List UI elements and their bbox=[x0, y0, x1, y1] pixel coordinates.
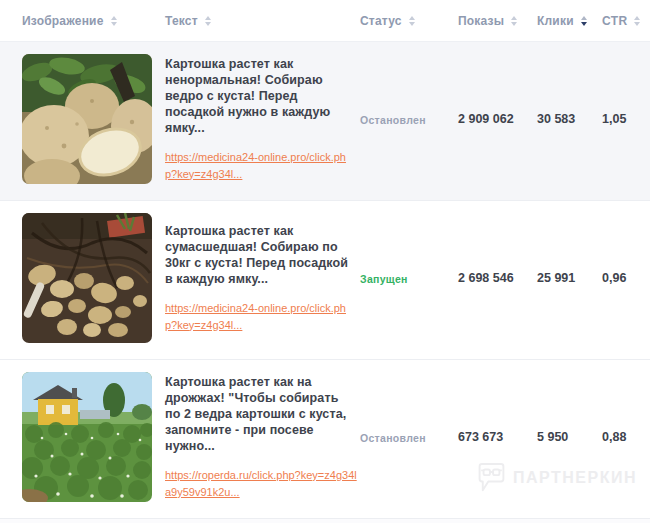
status-cell: Остановлен bbox=[360, 428, 458, 446]
column-header-status-label: Статус bbox=[360, 14, 402, 28]
ad-text-cell: Картошка растет как сумасшедшая! Собираю… bbox=[165, 213, 357, 343]
ad-tracking-link[interactable]: https://medicina24-online.pro/click.php?… bbox=[165, 149, 357, 182]
ctr-value: 0,96 bbox=[602, 271, 650, 285]
status-cell: Запущен bbox=[360, 269, 458, 287]
ad-image-cell bbox=[22, 213, 152, 343]
table-row[interactable]: Картошка растет как ненормальная! Собира… bbox=[0, 42, 650, 201]
column-header-image[interactable]: Изображение bbox=[22, 14, 165, 28]
ad-image-potato-field[interactable] bbox=[22, 372, 152, 502]
status-badge: Запущен bbox=[360, 273, 408, 285]
clicks-value: 25 991 bbox=[537, 271, 602, 285]
footer-strip bbox=[0, 519, 650, 523]
sort-icon-active-desc[interactable] bbox=[581, 16, 587, 26]
table-row[interactable]: Картошка растет как сумасшедшая! Собираю… bbox=[0, 201, 650, 360]
ad-image-potatoes-with-leaves[interactable] bbox=[22, 54, 152, 184]
ad-text-cell: Картошка растет как на дрожжах! "Чтобы с… bbox=[165, 372, 357, 502]
ad-title: Картошка растет как на дрожжах! "Чтобы с… bbox=[165, 374, 357, 455]
ad-image-dug-potatoes[interactable] bbox=[22, 213, 152, 343]
column-header-image-label: Изображение bbox=[22, 14, 104, 28]
column-header-ctr-label: CTR bbox=[602, 14, 627, 28]
impressions-value: 673 673 bbox=[458, 430, 537, 444]
clicks-value: 30 583 bbox=[537, 112, 602, 126]
ad-image-cell bbox=[22, 54, 152, 184]
ad-title: Картошка растет как сумасшедшая! Собираю… bbox=[165, 223, 357, 288]
sort-icon[interactable] bbox=[111, 16, 117, 26]
sort-icon[interactable] bbox=[634, 16, 640, 26]
column-header-impressions-label: Показы bbox=[458, 14, 504, 28]
table-header: Изображение Текст Статус Показы Клики CT… bbox=[0, 0, 650, 42]
column-header-impressions[interactable]: Показы bbox=[458, 14, 537, 28]
ad-tracking-link[interactable]: https://roperda.ru/click.php?key=z4g34la… bbox=[165, 467, 357, 500]
status-cell: Остановлен bbox=[360, 110, 458, 128]
column-header-ctr[interactable]: CTR bbox=[602, 14, 650, 28]
clicks-value: 5 950 bbox=[537, 430, 602, 444]
status-badge: Остановлен bbox=[360, 432, 426, 444]
ctr-value: 1,05 bbox=[602, 112, 650, 126]
ctr-value: 0,88 bbox=[602, 430, 650, 444]
ad-title: Картошка растет как ненормальная! Собира… bbox=[165, 56, 357, 137]
ad-image-cell bbox=[22, 372, 152, 502]
ads-table: Изображение Текст Статус Показы Клики CT… bbox=[0, 0, 650, 523]
sort-icon[interactable] bbox=[511, 16, 517, 26]
column-header-clicks[interactable]: Клики bbox=[537, 14, 602, 28]
column-header-text-label: Текст bbox=[165, 14, 198, 28]
ad-text-cell: Картошка растет как ненормальная! Собира… bbox=[165, 54, 357, 184]
status-badge: Остановлен bbox=[360, 114, 426, 126]
impressions-value: 2 698 546 bbox=[458, 271, 537, 285]
column-header-status[interactable]: Статус bbox=[360, 14, 458, 28]
sort-icon[interactable] bbox=[409, 16, 415, 26]
ad-tracking-link[interactable]: https://medicina24-online.pro/click.php?… bbox=[165, 300, 357, 333]
sort-icon[interactable] bbox=[205, 16, 211, 26]
table-row[interactable]: Картошка растет как на дрожжах! "Чтобы с… bbox=[0, 360, 650, 519]
column-header-text[interactable]: Текст bbox=[165, 14, 360, 28]
column-header-clicks-label: Клики bbox=[537, 14, 574, 28]
impressions-value: 2 909 062 bbox=[458, 112, 537, 126]
